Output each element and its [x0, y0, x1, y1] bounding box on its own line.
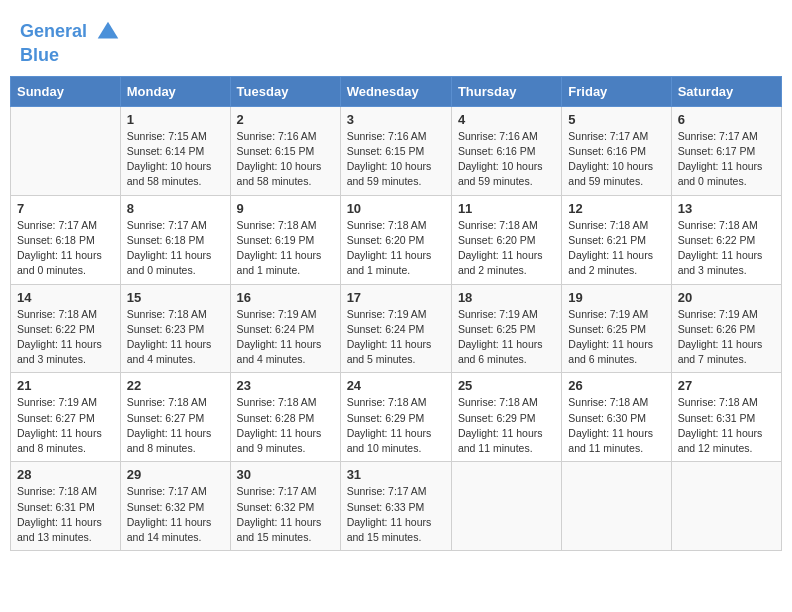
- day-number: 29: [127, 467, 224, 482]
- day-header-thursday: Thursday: [451, 76, 561, 106]
- logo: General Blue: [20, 18, 122, 66]
- day-number: 2: [237, 112, 334, 127]
- calendar-cell: 16Sunrise: 7:19 AMSunset: 6:24 PMDayligh…: [230, 284, 340, 373]
- day-info: Sunrise: 7:17 AMSunset: 6:33 PMDaylight:…: [347, 484, 445, 545]
- day-info: Sunrise: 7:18 AMSunset: 6:20 PMDaylight:…: [347, 218, 445, 279]
- day-info: Sunrise: 7:18 AMSunset: 6:31 PMDaylight:…: [17, 484, 114, 545]
- calendar-cell: 7Sunrise: 7:17 AMSunset: 6:18 PMDaylight…: [11, 195, 121, 284]
- calendar-cell: 20Sunrise: 7:19 AMSunset: 6:26 PMDayligh…: [671, 284, 781, 373]
- calendar-cell: 26Sunrise: 7:18 AMSunset: 6:30 PMDayligh…: [562, 373, 671, 462]
- calendar-cell: 19Sunrise: 7:19 AMSunset: 6:25 PMDayligh…: [562, 284, 671, 373]
- day-info: Sunrise: 7:19 AMSunset: 6:26 PMDaylight:…: [678, 307, 775, 368]
- day-number: 4: [458, 112, 555, 127]
- calendar-cell: 27Sunrise: 7:18 AMSunset: 6:31 PMDayligh…: [671, 373, 781, 462]
- day-number: 20: [678, 290, 775, 305]
- day-number: 5: [568, 112, 664, 127]
- day-info: Sunrise: 7:16 AMSunset: 6:16 PMDaylight:…: [458, 129, 555, 190]
- calendar-week-row: 7Sunrise: 7:17 AMSunset: 6:18 PMDaylight…: [11, 195, 782, 284]
- day-info: Sunrise: 7:18 AMSunset: 6:31 PMDaylight:…: [678, 395, 775, 456]
- day-info: Sunrise: 7:18 AMSunset: 6:30 PMDaylight:…: [568, 395, 664, 456]
- calendar-cell: 25Sunrise: 7:18 AMSunset: 6:29 PMDayligh…: [451, 373, 561, 462]
- day-header-monday: Monday: [120, 76, 230, 106]
- calendar-cell: 29Sunrise: 7:17 AMSunset: 6:32 PMDayligh…: [120, 462, 230, 551]
- day-header-friday: Friday: [562, 76, 671, 106]
- day-number: 10: [347, 201, 445, 216]
- calendar-cell: 21Sunrise: 7:19 AMSunset: 6:27 PMDayligh…: [11, 373, 121, 462]
- day-info: Sunrise: 7:19 AMSunset: 6:25 PMDaylight:…: [458, 307, 555, 368]
- day-info: Sunrise: 7:19 AMSunset: 6:24 PMDaylight:…: [347, 307, 445, 368]
- day-info: Sunrise: 7:19 AMSunset: 6:25 PMDaylight:…: [568, 307, 664, 368]
- calendar-cell: 15Sunrise: 7:18 AMSunset: 6:23 PMDayligh…: [120, 284, 230, 373]
- day-number: 28: [17, 467, 114, 482]
- day-number: 23: [237, 378, 334, 393]
- day-info: Sunrise: 7:18 AMSunset: 6:28 PMDaylight:…: [237, 395, 334, 456]
- calendar-cell: 22Sunrise: 7:18 AMSunset: 6:27 PMDayligh…: [120, 373, 230, 462]
- day-number: 21: [17, 378, 114, 393]
- day-number: 7: [17, 201, 114, 216]
- day-info: Sunrise: 7:18 AMSunset: 6:19 PMDaylight:…: [237, 218, 334, 279]
- calendar-cell: 9Sunrise: 7:18 AMSunset: 6:19 PMDaylight…: [230, 195, 340, 284]
- page-header: General Blue: [10, 10, 782, 70]
- calendar-cell: 2Sunrise: 7:16 AMSunset: 6:15 PMDaylight…: [230, 106, 340, 195]
- calendar-cell: 12Sunrise: 7:18 AMSunset: 6:21 PMDayligh…: [562, 195, 671, 284]
- calendar-cell: 28Sunrise: 7:18 AMSunset: 6:31 PMDayligh…: [11, 462, 121, 551]
- day-number: 14: [17, 290, 114, 305]
- day-number: 26: [568, 378, 664, 393]
- day-number: 19: [568, 290, 664, 305]
- day-info: Sunrise: 7:16 AMSunset: 6:15 PMDaylight:…: [237, 129, 334, 190]
- calendar-week-row: 14Sunrise: 7:18 AMSunset: 6:22 PMDayligh…: [11, 284, 782, 373]
- day-info: Sunrise: 7:18 AMSunset: 6:22 PMDaylight:…: [678, 218, 775, 279]
- day-number: 11: [458, 201, 555, 216]
- day-info: Sunrise: 7:19 AMSunset: 6:27 PMDaylight:…: [17, 395, 114, 456]
- calendar-cell: [11, 106, 121, 195]
- day-info: Sunrise: 7:16 AMSunset: 6:15 PMDaylight:…: [347, 129, 445, 190]
- calendar-cell: 14Sunrise: 7:18 AMSunset: 6:22 PMDayligh…: [11, 284, 121, 373]
- calendar-cell: 4Sunrise: 7:16 AMSunset: 6:16 PMDaylight…: [451, 106, 561, 195]
- day-header-wednesday: Wednesday: [340, 76, 451, 106]
- calendar-cell: 3Sunrise: 7:16 AMSunset: 6:15 PMDaylight…: [340, 106, 451, 195]
- calendar-cell: 11Sunrise: 7:18 AMSunset: 6:20 PMDayligh…: [451, 195, 561, 284]
- day-number: 3: [347, 112, 445, 127]
- calendar-table: SundayMondayTuesdayWednesdayThursdayFrid…: [10, 76, 782, 551]
- day-number: 16: [237, 290, 334, 305]
- day-number: 25: [458, 378, 555, 393]
- calendar-cell: 31Sunrise: 7:17 AMSunset: 6:33 PMDayligh…: [340, 462, 451, 551]
- day-info: Sunrise: 7:18 AMSunset: 6:29 PMDaylight:…: [347, 395, 445, 456]
- day-info: Sunrise: 7:19 AMSunset: 6:24 PMDaylight:…: [237, 307, 334, 368]
- calendar-cell: 8Sunrise: 7:17 AMSunset: 6:18 PMDaylight…: [120, 195, 230, 284]
- day-number: 27: [678, 378, 775, 393]
- day-number: 6: [678, 112, 775, 127]
- day-info: Sunrise: 7:17 AMSunset: 6:32 PMDaylight:…: [237, 484, 334, 545]
- day-header-saturday: Saturday: [671, 76, 781, 106]
- day-header-sunday: Sunday: [11, 76, 121, 106]
- calendar-cell: 30Sunrise: 7:17 AMSunset: 6:32 PMDayligh…: [230, 462, 340, 551]
- day-number: 31: [347, 467, 445, 482]
- day-number: 1: [127, 112, 224, 127]
- calendar-cell: 13Sunrise: 7:18 AMSunset: 6:22 PMDayligh…: [671, 195, 781, 284]
- day-number: 12: [568, 201, 664, 216]
- day-number: 24: [347, 378, 445, 393]
- day-info: Sunrise: 7:17 AMSunset: 6:16 PMDaylight:…: [568, 129, 664, 190]
- svg-marker-0: [98, 22, 119, 39]
- day-info: Sunrise: 7:18 AMSunset: 6:27 PMDaylight:…: [127, 395, 224, 456]
- day-info: Sunrise: 7:18 AMSunset: 6:20 PMDaylight:…: [458, 218, 555, 279]
- calendar-cell: 1Sunrise: 7:15 AMSunset: 6:14 PMDaylight…: [120, 106, 230, 195]
- day-info: Sunrise: 7:18 AMSunset: 6:22 PMDaylight:…: [17, 307, 114, 368]
- day-number: 8: [127, 201, 224, 216]
- day-info: Sunrise: 7:17 AMSunset: 6:18 PMDaylight:…: [17, 218, 114, 279]
- calendar-cell: [562, 462, 671, 551]
- calendar-cell: 5Sunrise: 7:17 AMSunset: 6:16 PMDaylight…: [562, 106, 671, 195]
- calendar-cell: 10Sunrise: 7:18 AMSunset: 6:20 PMDayligh…: [340, 195, 451, 284]
- day-number: 17: [347, 290, 445, 305]
- calendar-week-row: 1Sunrise: 7:15 AMSunset: 6:14 PMDaylight…: [11, 106, 782, 195]
- day-number: 13: [678, 201, 775, 216]
- calendar-cell: [451, 462, 561, 551]
- calendar-header-row: SundayMondayTuesdayWednesdayThursdayFrid…: [11, 76, 782, 106]
- day-number: 15: [127, 290, 224, 305]
- day-number: 22: [127, 378, 224, 393]
- calendar-cell: 17Sunrise: 7:19 AMSunset: 6:24 PMDayligh…: [340, 284, 451, 373]
- calendar-cell: 23Sunrise: 7:18 AMSunset: 6:28 PMDayligh…: [230, 373, 340, 462]
- day-number: 18: [458, 290, 555, 305]
- day-info: Sunrise: 7:17 AMSunset: 6:32 PMDaylight:…: [127, 484, 224, 545]
- day-info: Sunrise: 7:15 AMSunset: 6:14 PMDaylight:…: [127, 129, 224, 190]
